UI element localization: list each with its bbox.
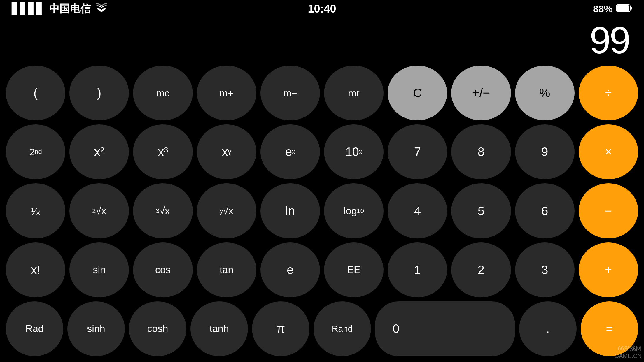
- close-paren-button[interactable]: ): [69, 66, 129, 120]
- calculator-keypad: ( ) mc m+ m− mr C +/− % ÷ 2nd x² x³ xy e…: [0, 63, 644, 362]
- 2-button[interactable]: 2: [451, 242, 511, 297]
- rand-button[interactable]: Rand: [314, 301, 371, 356]
- 8-button[interactable]: 8: [451, 124, 511, 179]
- status-right: 88%: [593, 3, 632, 15]
- cos-button[interactable]: cos: [133, 242, 192, 297]
- reciprocal-button[interactable]: ¹⁄ₓ: [6, 183, 65, 238]
- multiply-button[interactable]: ×: [579, 124, 638, 179]
- sqrt3-button[interactable]: 3√x: [133, 183, 192, 238]
- divide-button[interactable]: ÷: [579, 66, 638, 120]
- x-squared-button[interactable]: x²: [69, 124, 129, 179]
- open-paren-button[interactable]: (: [6, 66, 65, 120]
- 3-button[interactable]: 3: [515, 242, 575, 297]
- 2nd-button[interactable]: 2nd: [6, 124, 65, 179]
- watermark-line2: GAME.CN: [615, 352, 642, 360]
- e-button[interactable]: e: [260, 242, 320, 297]
- sqrt2-button[interactable]: 2√x: [69, 183, 129, 238]
- button-row-5: Rad sinh cosh tanh π Rand 0 . =: [6, 301, 638, 356]
- clear-button[interactable]: C: [388, 66, 447, 120]
- battery-icon: [616, 3, 632, 15]
- battery-percent: 88%: [593, 3, 613, 15]
- log10-button[interactable]: log10: [324, 183, 384, 238]
- button-row-4: x! sin cos tan e EE 1 2 3 +: [6, 242, 638, 297]
- signal-icon: ▋▋▋▋: [12, 3, 44, 15]
- 0-button[interactable]: 0: [375, 301, 515, 356]
- tanh-button[interactable]: tanh: [190, 301, 248, 356]
- plus-button[interactable]: +: [579, 242, 638, 297]
- m-minus-button[interactable]: m−: [260, 66, 320, 120]
- x-to-y-button[interactable]: xy: [197, 124, 256, 179]
- ln-button[interactable]: ln: [260, 183, 320, 238]
- 10-to-x-button[interactable]: 10x: [324, 124, 384, 179]
- button-row-3: ¹⁄ₓ 2√x 3√x y√x ln log10 4 5 6 −: [6, 183, 638, 238]
- status-bar: ▋▋▋▋ 中国电信 10:40 88%: [0, 0, 644, 17]
- time-display: 10:40: [308, 3, 336, 15]
- wifi-icon: [96, 3, 107, 15]
- mr-button[interactable]: mr: [324, 66, 384, 120]
- ee-button[interactable]: EE: [324, 242, 384, 297]
- watermark-line1: 66游戏网: [615, 345, 642, 352]
- 6-button[interactable]: 6: [515, 183, 575, 238]
- status-left: ▋▋▋▋ 中国电信: [12, 2, 107, 16]
- carrier-name: 中国电信: [49, 2, 91, 16]
- watermark: 66游戏网 GAME.CN: [615, 345, 642, 360]
- calculator-display: 99: [0, 17, 644, 63]
- decimal-button[interactable]: .: [519, 301, 577, 356]
- 7-button[interactable]: 7: [388, 124, 447, 179]
- display-value: 99: [589, 18, 629, 62]
- minus-button[interactable]: −: [579, 183, 638, 238]
- e-to-x-button[interactable]: ex: [260, 124, 320, 179]
- 5-button[interactable]: 5: [451, 183, 511, 238]
- button-row-1: ( ) mc m+ m− mr C +/− % ÷: [6, 66, 638, 120]
- tan-button[interactable]: tan: [197, 242, 256, 297]
- 4-button[interactable]: 4: [388, 183, 447, 238]
- cosh-button[interactable]: cosh: [129, 301, 186, 356]
- x-cubed-button[interactable]: x³: [133, 124, 192, 179]
- sqrty-button[interactable]: y√x: [197, 183, 256, 238]
- plus-minus-button[interactable]: +/−: [451, 66, 511, 120]
- percent-button[interactable]: %: [515, 66, 575, 120]
- 9-button[interactable]: 9: [515, 124, 575, 179]
- svg-rect-1: [630, 7, 632, 10]
- button-row-2: 2nd x² x³ xy ex 10x 7 8 9 ×: [6, 124, 638, 179]
- svg-rect-2: [617, 5, 629, 11]
- m-plus-button[interactable]: m+: [197, 66, 256, 120]
- mc-button[interactable]: mc: [133, 66, 192, 120]
- pi-button[interactable]: π: [252, 301, 309, 356]
- sin-button[interactable]: sin: [69, 242, 129, 297]
- 1-button[interactable]: 1: [388, 242, 447, 297]
- factorial-button[interactable]: x!: [6, 242, 65, 297]
- sinh-button[interactable]: sinh: [67, 301, 125, 356]
- rad-button[interactable]: Rad: [6, 301, 63, 356]
